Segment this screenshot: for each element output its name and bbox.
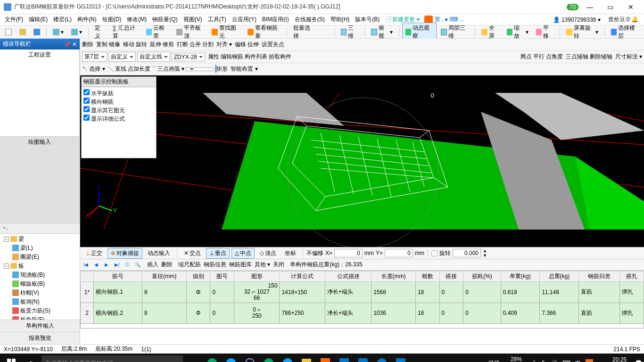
three-axis-button[interactable]: 三点辅轴 xyxy=(566,53,588,61)
draw-combo[interactable] xyxy=(186,67,214,71)
rotate-check[interactable] xyxy=(431,250,438,256)
y-input[interactable] xyxy=(385,249,413,257)
offset-button[interactable]: 偏移 xyxy=(235,41,246,49)
nav-first[interactable]: |◀ xyxy=(82,261,90,269)
rebar-info-button[interactable]: 钢筋信息 xyxy=(204,261,226,269)
rect-tool[interactable]: 矩形 xyxy=(215,65,228,73)
line-tool[interactable]: ╲ 直线 xyxy=(108,65,126,73)
left-tab-draw[interactable]: 绘图输入 xyxy=(0,136,80,223)
select-tool[interactable]: ↖ 选择 ▾ xyxy=(82,65,105,73)
task-wechat[interactable] xyxy=(260,354,277,362)
tree-tools[interactable]: ⁺₋ xyxy=(0,224,80,234)
dyn-input-toggle[interactable]: 动态输入 xyxy=(144,248,173,259)
stretch-button[interactable]: 拉伸 xyxy=(248,41,259,49)
pick-comp-button[interactable]: 拾取构件 xyxy=(269,53,291,61)
rebar-check[interactable]: 水平纵筋 xyxy=(83,89,154,98)
tree-node[interactable]: 梁(L) xyxy=(0,244,80,253)
nav-prev[interactable]: ◀ xyxy=(92,261,100,269)
task-folder[interactable] xyxy=(298,354,315,362)
dim-button[interactable]: 尺寸标注 ▾ xyxy=(615,53,642,61)
snap-perp[interactable]: ⊥ 垂点 xyxy=(206,248,230,259)
break-button[interactable]: 打断 xyxy=(177,41,188,49)
type-combo[interactable]: 自定义线 xyxy=(137,52,170,62)
save-button[interactable] xyxy=(30,27,43,37)
snap-cross[interactable]: ✕ 交点 xyxy=(181,248,204,259)
arc-tool[interactable]: ⌒三点画弧 ▾ xyxy=(152,65,184,73)
left-tab-project[interactable]: 工程设置 xyxy=(0,49,80,136)
offset-mode[interactable]: 不偏移 xyxy=(306,249,323,257)
redo-button[interactable]: ▾ xyxy=(68,27,85,37)
close-button[interactable]: ✕ xyxy=(621,3,640,11)
pt-angle-button[interactable]: 点角度 xyxy=(546,53,563,61)
pin-icon[interactable]: 📌 xyxy=(64,41,71,47)
two-point-button[interactable]: 两点 xyxy=(520,53,532,61)
scale-rebar-button[interactable]: 缩尺配筋 xyxy=(178,261,201,269)
tray-kb-icon[interactable]: ⌨ xyxy=(562,360,570,362)
viewport-canvas[interactable]: 0 Z Y X xyxy=(80,75,644,247)
task-qq[interactable] xyxy=(355,354,372,362)
other-button[interactable]: 其他 ▾ xyxy=(255,261,270,269)
copy-button[interactable]: 复制 xyxy=(96,41,107,49)
snap-mid[interactable]: △ 中点 xyxy=(231,248,255,259)
nav-info[interactable]: ⓘ xyxy=(124,261,131,269)
single-input-button[interactable]: 单构件输入 xyxy=(0,320,80,332)
rot-input[interactable] xyxy=(453,249,481,257)
3d-viewport[interactable]: 钢筋显示控制面板 水平纵筋 横向钢筋 显示其它图元 显示详细公式 xyxy=(80,75,644,247)
smart-layout-tool[interactable]: 智能布置 ▾ xyxy=(231,65,257,73)
align-button[interactable]: 对齐 ▾ xyxy=(216,41,232,49)
rebar-check[interactable]: 显示详细公式 xyxy=(83,115,154,123)
row-delete-button[interactable]: 删除 xyxy=(161,261,173,269)
task-app5[interactable] xyxy=(373,354,390,362)
mirror-button[interactable]: 镜像 xyxy=(109,41,120,49)
task-view-icon[interactable]: ▭ xyxy=(185,354,202,362)
start-button[interactable] xyxy=(2,354,21,362)
task-app4[interactable] xyxy=(336,354,353,362)
tray-up-icon[interactable]: ˄ xyxy=(533,360,536,362)
tree-node[interactable]: 柱帽(V) xyxy=(0,288,80,297)
taskbar-search[interactable]: 在这里输入你要搜索的内容 xyxy=(41,355,183,362)
tree-node[interactable]: 现浇板(B) xyxy=(0,271,80,280)
osnap-toggle[interactable]: ⊕对象捕捉 xyxy=(107,248,142,259)
set-grip-button[interactable]: 设置夹点 xyxy=(262,41,284,49)
minimize-button[interactable]: — xyxy=(580,3,599,11)
comp-list-button[interactable]: 构件列表 xyxy=(245,53,267,61)
rebar-lib-button[interactable]: 钢筋图库 xyxy=(229,261,252,269)
attr-button[interactable]: 属性 xyxy=(208,53,219,61)
maximize-button[interactable]: ▭ xyxy=(601,3,620,11)
nav-tree[interactable]: −梁梁(L)圈梁(E)−板现浇板(B)螺旋板(B)柱帽(V)板洞(N)板受力筋(… xyxy=(0,234,80,320)
code-combo[interactable]: ZDYX-28 xyxy=(172,53,205,61)
tray-link[interactable]: 链接 xyxy=(488,359,500,362)
task-app3[interactable] xyxy=(317,354,334,362)
tray-clock[interactable]: 20:252018/8/13 xyxy=(598,356,630,362)
rotate-button[interactable]: 旋转 xyxy=(136,41,147,49)
x-input[interactable] xyxy=(334,249,363,257)
tree-node[interactable]: 板洞(N) xyxy=(0,297,80,306)
split-button[interactable]: 分割 xyxy=(202,41,214,49)
task-edge[interactable] xyxy=(223,354,239,362)
merge-button[interactable]: 合并 xyxy=(190,41,201,49)
system-tray[interactable]: 链接 28%CPU使用 ˄ 🖧 🔊 ⌨ 中 20:252018/8/13 💬 xyxy=(488,356,642,362)
tree-node[interactable]: −板 xyxy=(0,262,80,271)
tray-vol-icon[interactable]: 🔊 xyxy=(551,360,558,362)
new-button[interactable] xyxy=(2,27,15,37)
undo-button[interactable]: ▾ xyxy=(50,27,67,37)
cat-combo[interactable]: 自定义 xyxy=(108,52,136,62)
menu-item[interactable]: 编辑(E) xyxy=(26,15,50,24)
tree-node[interactable]: 圈梁(E) xyxy=(0,253,80,262)
tray-sogou-icon[interactable] xyxy=(586,359,593,362)
menu-item[interactable]: 文件(F) xyxy=(2,15,26,24)
delete-button[interactable]: 删除 xyxy=(82,41,93,49)
snap-vert[interactable]: ◇ 顶点 xyxy=(256,248,280,259)
nav-play[interactable]: ▶ xyxy=(103,261,110,269)
task-app6[interactable] xyxy=(392,354,409,362)
snap-coord[interactable]: 坐标 xyxy=(281,248,299,259)
task-app1[interactable] xyxy=(204,354,221,362)
tree-node[interactable]: 板受力筋(S) xyxy=(0,306,80,315)
nav-next[interactable]: ▶| xyxy=(113,261,121,269)
rebar-check[interactable]: 横向钢筋 xyxy=(83,98,154,106)
rebar-check[interactable]: 显示其它图元 xyxy=(83,106,154,115)
pt-len-tool[interactable]: 点加长度 xyxy=(128,65,150,73)
tray-notif-icon[interactable]: 💬 xyxy=(635,360,642,362)
nav-zoom[interactable]: 🔍 xyxy=(134,261,141,269)
rebar-grid[interactable]: 筋号直径(mm)级别图号图形计算公式公式描述长度(mm)根数搭接损耗(%)单重(… xyxy=(80,271,644,344)
